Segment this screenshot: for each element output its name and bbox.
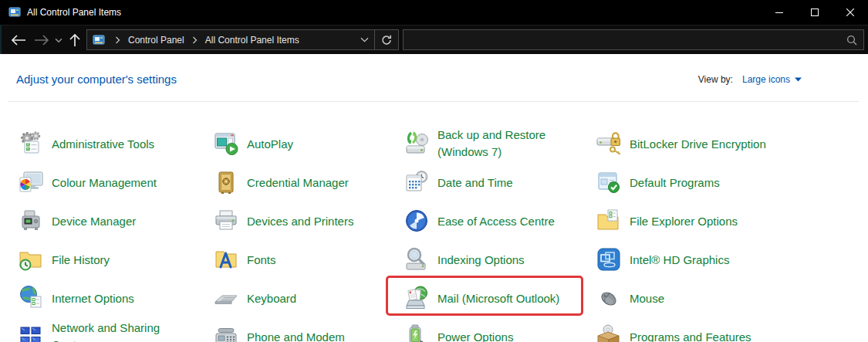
file-history-icon <box>16 245 46 274</box>
item-programs-and-features[interactable]: Programs and Features <box>594 320 751 342</box>
item-devices-and-printers[interactable]: Devices and Printers <box>211 204 353 238</box>
file-explorer-options-icon <box>594 206 623 235</box>
minimize-icon <box>775 8 783 16</box>
control-panel-window: All Control Panel Items <box>0 0 868 342</box>
default-programs-icon <box>594 168 623 197</box>
item-backup-and-restore[interactable]: Back up and Restore (Windows 7) <box>402 127 559 161</box>
item-administrative-tools[interactable]: Administrative Tools <box>16 127 154 161</box>
colour-management-icon <box>16 168 46 197</box>
close-button[interactable] <box>833 0 868 25</box>
item-label: Network and Sharing Centre <box>52 320 174 342</box>
refresh-icon <box>381 35 392 46</box>
ease-of-access-icon <box>402 206 431 235</box>
item-label: Ease of Access Centre <box>437 215 555 228</box>
item-intel-hd-graphics[interactable]: Intel® HD Graphics <box>594 242 729 276</box>
phone-modem-icon <box>211 322 241 342</box>
date-time-icon <box>402 168 431 197</box>
fonts-icon <box>211 245 241 274</box>
programs-features-icon <box>594 322 623 342</box>
control-panel-app-icon <box>8 6 21 19</box>
view-by-label: View by: <box>698 74 733 85</box>
maximize-icon <box>811 8 819 16</box>
item-label: Mouse <box>630 292 664 305</box>
address-dropdown-button[interactable] <box>354 30 374 49</box>
up-arrow-icon <box>69 32 81 48</box>
header-divider <box>8 101 859 102</box>
mouse-icon <box>594 283 623 313</box>
search-input[interactable] <box>404 30 840 49</box>
close-icon <box>846 8 854 16</box>
item-label: Colour Management <box>52 176 157 189</box>
item-file-explorer-options[interactable]: File Explorer Options <box>594 204 738 238</box>
item-label: Power Options <box>437 330 513 342</box>
chevron-down-icon <box>360 37 369 42</box>
search-box[interactable] <box>403 29 864 50</box>
mail-icon <box>402 283 431 313</box>
forward-arrow-icon <box>33 34 50 46</box>
back-button[interactable] <box>8 31 29 49</box>
backup-restore-icon <box>402 129 431 158</box>
breadcrumb-control-panel[interactable]: Control Panel <box>126 35 187 46</box>
navigation-bar: Control Panel All Control Panel Items <box>0 25 868 54</box>
power-options-icon <box>402 322 431 342</box>
item-label: Credential Manager <box>247 176 349 189</box>
item-label: Device Manager <box>52 215 136 228</box>
back-arrow-icon <box>10 34 27 46</box>
item-label: Devices and Printers <box>247 215 353 228</box>
item-label: Default Programs <box>630 176 720 189</box>
item-device-manager[interactable]: Device Manager <box>16 204 136 238</box>
item-label: Indexing Options <box>437 253 525 266</box>
window-controls <box>762 0 868 25</box>
item-bitlocker-drive-encryption[interactable]: BitLocker Drive Encryption <box>594 127 766 161</box>
maximize-button[interactable] <box>797 0 833 25</box>
indexing-options-icon <box>402 245 431 274</box>
item-mouse[interactable]: Mouse <box>594 281 664 315</box>
minimize-button[interactable] <box>762 0 797 25</box>
item-label: Administrative Tools <box>52 137 154 151</box>
item-label: Mail (Microsoft Outlook) <box>437 292 559 305</box>
breadcrumb-control-panel-icon[interactable] <box>93 34 105 46</box>
item-network-and-sharing-centre[interactable]: Network and Sharing Centre <box>16 320 174 342</box>
item-mail-microsoft-outlook[interactable]: Mail (Microsoft Outlook) <box>402 281 559 315</box>
up-button[interactable] <box>65 31 85 49</box>
address-bar[interactable]: Control Panel All Control Panel Items <box>86 29 399 50</box>
item-indexing-options[interactable]: Indexing Options <box>402 242 525 276</box>
item-internet-options[interactable]: Internet Options <box>16 281 134 315</box>
network-sharing-icon <box>16 322 46 342</box>
autoplay-icon <box>211 129 241 158</box>
item-colour-management[interactable]: Colour Management <box>16 165 157 199</box>
item-credential-manager[interactable]: Credential Manager <box>211 165 349 199</box>
item-ease-of-access-centre[interactable]: Ease of Access Centre <box>402 204 555 238</box>
breadcrumb-chevron-icon[interactable] <box>110 30 126 49</box>
item-label: Programs and Features <box>630 330 751 342</box>
item-label: Keyboard <box>247 292 296 305</box>
item-fonts[interactable]: Fonts <box>211 242 276 276</box>
administrative-tools-icon <box>16 129 46 158</box>
item-default-programs[interactable]: Default Programs <box>594 165 720 199</box>
item-keyboard[interactable]: Keyboard <box>211 281 296 315</box>
chevron-down-icon <box>55 38 62 43</box>
refresh-button[interactable] <box>375 30 398 49</box>
view-by-value: Large icons <box>742 74 790 85</box>
item-label: File History <box>52 253 110 266</box>
intel-hd-graphics-icon <box>594 245 623 274</box>
item-label: Intel® HD Graphics <box>630 253 729 266</box>
search-icon[interactable] <box>840 35 863 46</box>
item-label: AutoPlay <box>247 137 293 151</box>
breadcrumb-chevron-icon[interactable] <box>187 30 203 49</box>
breadcrumb-current-location[interactable]: All Control Panel Items <box>203 35 302 46</box>
credential-manager-icon <box>211 168 241 197</box>
item-label: BitLocker Drive Encryption <box>630 137 766 151</box>
item-label: Date and Time <box>437 176 513 189</box>
internet-options-icon <box>16 283 46 313</box>
item-power-options[interactable]: Power Options <box>402 320 513 342</box>
item-phone-and-modem[interactable]: Phone and Modem <box>211 320 345 342</box>
view-by-dropdown[interactable]: Large icons <box>742 74 802 85</box>
item-file-history[interactable]: File History <box>16 242 110 276</box>
printer-icon <box>211 206 241 235</box>
forward-button[interactable] <box>31 31 52 49</box>
item-autoplay[interactable]: AutoPlay <box>211 127 293 161</box>
device-manager-icon <box>16 206 46 235</box>
item-date-and-time[interactable]: Date and Time <box>402 165 513 199</box>
recent-pages-button[interactable] <box>52 31 65 49</box>
